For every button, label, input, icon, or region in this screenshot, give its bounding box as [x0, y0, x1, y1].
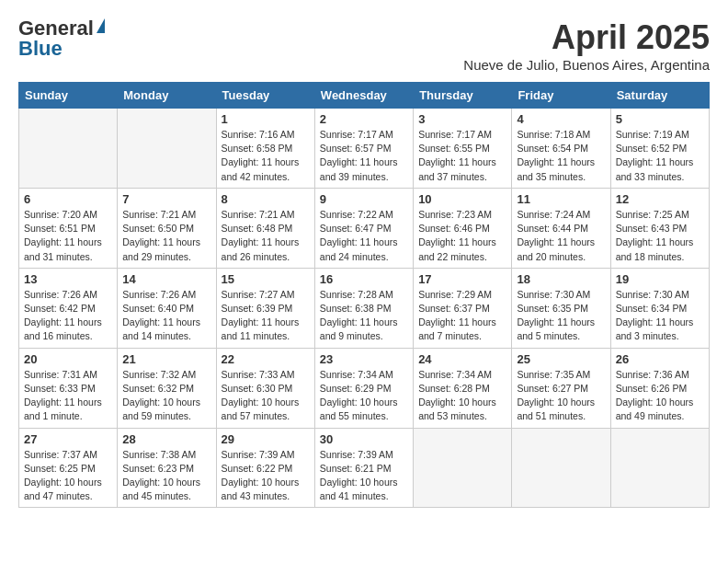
- table-row: 25Sunrise: 7:35 AM Sunset: 6:27 PM Dayli…: [512, 348, 610, 428]
- day-number: 4: [517, 112, 605, 126]
- day-info: Sunrise: 7:32 AM Sunset: 6:32 PM Dayligh…: [122, 368, 210, 424]
- day-number: 2: [320, 112, 408, 126]
- table-row: [19, 109, 118, 189]
- table-row: 3Sunrise: 7:17 AM Sunset: 6:55 PM Daylig…: [414, 109, 512, 189]
- day-info: Sunrise: 7:26 AM Sunset: 6:42 PM Dayligh…: [24, 288, 112, 344]
- table-row: 19Sunrise: 7:30 AM Sunset: 6:34 PM Dayli…: [610, 268, 709, 348]
- day-info: Sunrise: 7:30 AM Sunset: 6:35 PM Dayligh…: [517, 288, 605, 344]
- table-row: 22Sunrise: 7:33 AM Sunset: 6:30 PM Dayli…: [216, 348, 314, 428]
- day-number: 27: [24, 432, 112, 446]
- table-row: 27Sunrise: 7:37 AM Sunset: 6:25 PM Dayli…: [19, 428, 118, 508]
- day-info: Sunrise: 7:39 AM Sunset: 6:21 PM Dayligh…: [320, 448, 408, 504]
- header-saturday: Saturday: [610, 83, 709, 109]
- day-info: Sunrise: 7:34 AM Sunset: 6:28 PM Dayligh…: [418, 368, 506, 424]
- day-number: 7: [122, 192, 210, 206]
- logo-arrow-icon: [97, 18, 105, 33]
- calendar-week-row: 1Sunrise: 7:16 AM Sunset: 6:58 PM Daylig…: [19, 109, 710, 189]
- table-row: 26Sunrise: 7:36 AM Sunset: 6:26 PM Dayli…: [610, 348, 709, 428]
- day-number: 10: [418, 192, 506, 206]
- table-row: 14Sunrise: 7:26 AM Sunset: 6:40 PM Dayli…: [118, 268, 216, 348]
- table-row: 2Sunrise: 7:17 AM Sunset: 6:57 PM Daylig…: [314, 109, 413, 189]
- day-number: 12: [616, 192, 704, 206]
- day-number: 26: [616, 352, 704, 366]
- logo: General Blue: [18, 18, 105, 59]
- table-row: 9Sunrise: 7:22 AM Sunset: 6:47 PM Daylig…: [314, 188, 413, 268]
- day-number: 22: [222, 352, 310, 366]
- day-info: Sunrise: 7:35 AM Sunset: 6:27 PM Dayligh…: [517, 368, 605, 424]
- header: General Blue April 2025 Nueve de Julio, …: [18, 18, 710, 73]
- calendar-week-row: 13Sunrise: 7:26 AM Sunset: 6:42 PM Dayli…: [19, 268, 710, 348]
- table-row: 15Sunrise: 7:27 AM Sunset: 6:39 PM Dayli…: [216, 268, 314, 348]
- header-tuesday: Tuesday: [216, 83, 314, 109]
- day-info: Sunrise: 7:21 AM Sunset: 6:50 PM Dayligh…: [122, 208, 210, 264]
- day-number: 23: [320, 352, 408, 366]
- day-number: 3: [418, 112, 506, 126]
- day-number: 11: [517, 192, 605, 206]
- header-thursday: Thursday: [414, 83, 512, 109]
- table-row: [118, 109, 216, 189]
- table-row: 16Sunrise: 7:28 AM Sunset: 6:38 PM Dayli…: [314, 268, 413, 348]
- header-sunday: Sunday: [19, 83, 118, 109]
- day-number: 21: [122, 352, 210, 366]
- day-number: 6: [24, 192, 112, 206]
- day-number: 24: [418, 352, 506, 366]
- day-info: Sunrise: 7:19 AM Sunset: 6:52 PM Dayligh…: [616, 128, 704, 184]
- title-area: April 2025 Nueve de Julio, Buenos Aires,…: [463, 18, 710, 73]
- day-info: Sunrise: 7:34 AM Sunset: 6:29 PM Dayligh…: [320, 368, 408, 424]
- day-number: 17: [418, 272, 506, 286]
- table-row: 11Sunrise: 7:24 AM Sunset: 6:44 PM Dayli…: [512, 188, 610, 268]
- logo-blue: Blue: [18, 39, 63, 59]
- header-friday: Friday: [512, 83, 610, 109]
- day-info: Sunrise: 7:38 AM Sunset: 6:23 PM Dayligh…: [122, 448, 210, 504]
- table-row: [512, 428, 610, 508]
- day-info: Sunrise: 7:20 AM Sunset: 6:51 PM Dayligh…: [24, 208, 112, 264]
- calendar-header-row: Sunday Monday Tuesday Wednesday Thursday…: [19, 83, 710, 109]
- table-row: 18Sunrise: 7:30 AM Sunset: 6:35 PM Dayli…: [512, 268, 610, 348]
- day-number: 20: [24, 352, 112, 366]
- day-number: 8: [222, 192, 310, 206]
- day-number: 5: [616, 112, 704, 126]
- calendar-week-row: 20Sunrise: 7:31 AM Sunset: 6:33 PM Dayli…: [19, 348, 710, 428]
- table-row: 5Sunrise: 7:19 AM Sunset: 6:52 PM Daylig…: [610, 109, 709, 189]
- table-row: 4Sunrise: 7:18 AM Sunset: 6:54 PM Daylig…: [512, 109, 610, 189]
- day-number: 30: [320, 432, 408, 446]
- day-number: 16: [320, 272, 408, 286]
- day-info: Sunrise: 7:18 AM Sunset: 6:54 PM Dayligh…: [517, 128, 605, 184]
- day-number: 15: [222, 272, 310, 286]
- table-row: 13Sunrise: 7:26 AM Sunset: 6:42 PM Dayli…: [19, 268, 118, 348]
- day-number: 28: [122, 432, 210, 446]
- month-title: April 2025: [463, 18, 710, 57]
- header-monday: Monday: [118, 83, 216, 109]
- day-number: 25: [517, 352, 605, 366]
- table-row: 17Sunrise: 7:29 AM Sunset: 6:37 PM Dayli…: [414, 268, 512, 348]
- day-info: Sunrise: 7:25 AM Sunset: 6:43 PM Dayligh…: [616, 208, 704, 264]
- day-number: 13: [24, 272, 112, 286]
- table-row: 20Sunrise: 7:31 AM Sunset: 6:33 PM Dayli…: [19, 348, 118, 428]
- table-row: 28Sunrise: 7:38 AM Sunset: 6:23 PM Dayli…: [118, 428, 216, 508]
- day-info: Sunrise: 7:16 AM Sunset: 6:58 PM Dayligh…: [222, 128, 310, 184]
- table-row: 1Sunrise: 7:16 AM Sunset: 6:58 PM Daylig…: [216, 109, 314, 189]
- header-wednesday: Wednesday: [314, 83, 413, 109]
- calendar-week-row: 6Sunrise: 7:20 AM Sunset: 6:51 PM Daylig…: [19, 188, 710, 268]
- day-number: 19: [616, 272, 704, 286]
- day-info: Sunrise: 7:17 AM Sunset: 6:57 PM Dayligh…: [320, 128, 408, 184]
- logo-general: General: [18, 18, 94, 39]
- calendar-table: Sunday Monday Tuesday Wednesday Thursday…: [18, 82, 710, 508]
- calendar-week-row: 27Sunrise: 7:37 AM Sunset: 6:25 PM Dayli…: [19, 428, 710, 508]
- table-row: 30Sunrise: 7:39 AM Sunset: 6:21 PM Dayli…: [314, 428, 413, 508]
- day-info: Sunrise: 7:22 AM Sunset: 6:47 PM Dayligh…: [320, 208, 408, 264]
- day-info: Sunrise: 7:24 AM Sunset: 6:44 PM Dayligh…: [517, 208, 605, 264]
- day-info: Sunrise: 7:23 AM Sunset: 6:46 PM Dayligh…: [418, 208, 506, 264]
- table-row: 21Sunrise: 7:32 AM Sunset: 6:32 PM Dayli…: [118, 348, 216, 428]
- table-row: 10Sunrise: 7:23 AM Sunset: 6:46 PM Dayli…: [414, 188, 512, 268]
- day-info: Sunrise: 7:39 AM Sunset: 6:22 PM Dayligh…: [222, 448, 310, 504]
- day-info: Sunrise: 7:27 AM Sunset: 6:39 PM Dayligh…: [222, 288, 310, 344]
- table-row: 29Sunrise: 7:39 AM Sunset: 6:22 PM Dayli…: [216, 428, 314, 508]
- day-number: 18: [517, 272, 605, 286]
- day-info: Sunrise: 7:33 AM Sunset: 6:30 PM Dayligh…: [222, 368, 310, 424]
- day-info: Sunrise: 7:21 AM Sunset: 6:48 PM Dayligh…: [222, 208, 310, 264]
- day-info: Sunrise: 7:36 AM Sunset: 6:26 PM Dayligh…: [616, 368, 704, 424]
- table-row: [610, 428, 709, 508]
- table-row: 24Sunrise: 7:34 AM Sunset: 6:28 PM Dayli…: [414, 348, 512, 428]
- table-row: [414, 428, 512, 508]
